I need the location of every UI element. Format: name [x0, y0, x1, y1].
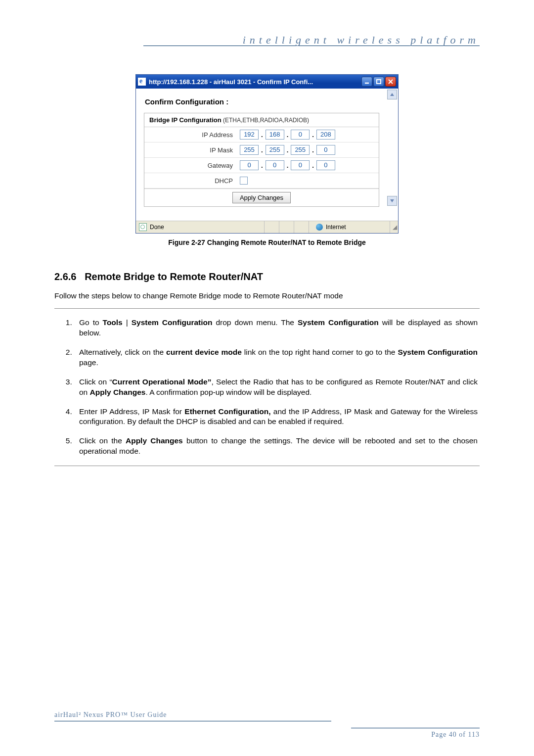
bridge-ip-config-header: Bridge IP Configuration (ETHA,ETHB,RADIO…	[144, 113, 379, 127]
t: page.	[79, 358, 98, 367]
step-4: Enter IP Address, IP Mask for Ethernet C…	[74, 407, 480, 427]
internet-zone-icon	[316, 224, 323, 231]
label-gateway: Gateway	[144, 160, 237, 171]
label-ip-mask: IP Mask	[144, 144, 237, 156]
t: Click on the	[79, 436, 126, 445]
step-2: Alternatively, click on the current devi…	[74, 347, 480, 368]
svg-line-7	[331, 715, 346, 730]
status-bar: Done Internet ◢	[136, 221, 398, 233]
status-cell-empty-2	[279, 221, 294, 233]
t: System Configuration	[298, 318, 379, 327]
svg-marker-6	[390, 199, 394, 202]
t: |	[123, 318, 132, 327]
t: Click on “	[79, 378, 112, 386]
minimize-button[interactable]	[361, 77, 372, 87]
done-icon	[139, 223, 147, 231]
dialog-title: http://192.168.1.228 - airHaul 3021 - Co…	[149, 78, 358, 86]
scroll-up-button[interactable]	[387, 90, 397, 99]
label-dhcp: DHCP	[144, 175, 237, 187]
label-ip-address: IP Address	[144, 129, 237, 141]
step-5: Click on the Apply Changes button to cha…	[74, 436, 480, 457]
t: current device mode	[166, 348, 242, 356]
dhcp-checkbox[interactable]	[240, 177, 248, 185]
confirm-ip-dialog: http://192.168.1.228 - airHaul 3021 - Co…	[135, 74, 399, 234]
t: Apply Changes	[90, 388, 146, 396]
status-cell-empty-3	[294, 221, 309, 233]
row-ip-address: IP Address 192. 168. 0. 208	[144, 127, 379, 142]
resize-grip-icon[interactable]: ◢	[390, 221, 398, 233]
t: Go to	[79, 318, 103, 327]
ip-mask-o2[interactable]: 255	[266, 145, 284, 155]
section-title: Remote Bridge to Remote Router/NAT	[85, 271, 263, 282]
maximize-button[interactable]	[373, 77, 384, 87]
row-dhcp: DHCP	[144, 173, 379, 189]
footer-divider-icon	[328, 713, 348, 735]
section-intro: Follow the steps below to change Remote …	[54, 291, 480, 300]
confirm-heading: Confirm Configuration :	[145, 97, 390, 106]
t: System Configuration	[398, 348, 478, 356]
t: . A confirmation pop-up window will be d…	[145, 388, 312, 396]
gateway-o3[interactable]: 0	[291, 160, 310, 170]
svg-line-0	[129, 43, 143, 58]
header-divider-icon	[126, 41, 146, 62]
status-done-text: Done	[150, 224, 164, 231]
t: Current Operational Mode”	[112, 378, 212, 386]
t: Tools	[103, 318, 123, 327]
t: Alternatively, click on the	[79, 348, 166, 356]
row-gateway: Gateway 0. 0. 0. 0	[144, 158, 379, 173]
footer-page-number: Page 40 of 113	[431, 731, 480, 739]
scroll-down-button[interactable]	[387, 196, 397, 206]
ie-icon	[138, 78, 146, 86]
apply-changes-button[interactable]: Apply Changes	[232, 192, 291, 203]
gateway-o4[interactable]: 0	[316, 160, 335, 170]
section-heading: 2.6.6 Remote Bridge to Remote Router/NAT	[54, 271, 480, 283]
page-footer: airHaul² Nexus PRO™ User Guide Page 40 o…	[54, 714, 480, 729]
section-number: 2.6.6	[54, 271, 76, 282]
status-cell-empty-1	[265, 221, 279, 233]
footer-product: airHaul² Nexus PRO™ User Guide	[54, 711, 167, 719]
section-rule-top	[54, 308, 480, 309]
ip-mask-o4[interactable]: 0	[316, 145, 335, 155]
t: link on the top right hand corner to go …	[242, 348, 398, 356]
gateway-o2[interactable]: 0	[266, 160, 284, 170]
footer-rule-left	[54, 721, 331, 721]
steps-list: Go to Tools | System Configuration drop …	[74, 318, 480, 457]
t: System Configuration	[132, 318, 213, 327]
figure-caption: Figure 2-27 Changing Remote Router/NAT t…	[54, 238, 480, 246]
svg-rect-2	[377, 80, 381, 84]
t: Apply Changes	[126, 436, 183, 445]
ip-address-o2[interactable]: 168	[266, 130, 284, 140]
footer-rule-right	[351, 728, 480, 728]
ip-mask-o1[interactable]: 255	[240, 145, 259, 155]
t: drop down menu. The	[212, 318, 297, 327]
close-button[interactable]	[385, 77, 396, 87]
step-1: Go to Tools | System Configuration drop …	[74, 318, 480, 338]
ip-address-o4[interactable]: 208	[316, 130, 335, 140]
ip-address-o3[interactable]: 0	[291, 130, 310, 140]
t: Ethernet Configuration,	[184, 407, 270, 416]
ip-address-o1[interactable]: 192	[240, 130, 259, 140]
header-tagline: intelligent wireless platform	[243, 34, 480, 47]
t: Enter IP Address, IP Mask for	[79, 407, 184, 416]
page-header: intelligent wireless platform	[54, 45, 480, 59]
bridge-heading-sub: (ETHA,ETHB,RADIOA,RADIOB)	[222, 117, 309, 124]
svg-marker-5	[390, 93, 394, 96]
bridge-heading-bold: Bridge IP Configuration	[149, 116, 222, 124]
ip-mask-o3[interactable]: 255	[291, 145, 310, 155]
section-rule-bottom	[54, 466, 480, 466]
status-net-text: Internet	[326, 224, 346, 231]
dialog-titlebar[interactable]: http://192.168.1.228 - airHaul 3021 - Co…	[136, 75, 398, 89]
gateway-o1[interactable]: 0	[240, 160, 259, 170]
step-3: Click on “Current Operational Mode”, Sel…	[74, 377, 480, 398]
row-ip-mask: IP Mask 255. 255. 255. 0	[144, 142, 379, 158]
bridge-ip-config-block: Bridge IP Configuration (ETHA,ETHB,RADIO…	[144, 113, 379, 207]
